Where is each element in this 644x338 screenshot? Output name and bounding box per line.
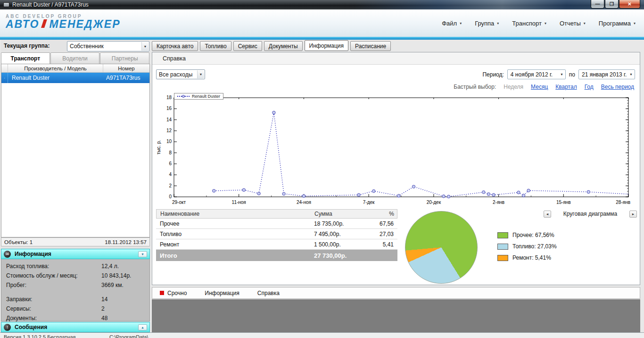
current-group-select[interactable]: Собственник ▼ (67, 41, 149, 51)
info-collapse-button[interactable]: ▼ (138, 251, 147, 257)
main-menu: Файл▾ Группа▾ Транспорт▾ Отчеты▾ Програм… (442, 9, 636, 37)
minimize-button[interactable]: — (591, 0, 604, 8)
svg-text:24-ноя: 24-ноя (297, 200, 311, 205)
help-groupbox: Справка Все расходы ▼ Период: 4 ноября 2… (152, 52, 640, 285)
bottom-tab-help[interactable]: Справка (257, 290, 280, 296)
left-panel: Текущая группа: Собственник ▼ Транспорт … (1, 40, 150, 332)
vehicle-model: Renault Duster (8, 73, 103, 83)
pie-chart (405, 211, 478, 284)
menu-item-transport[interactable]: Транспорт▾ (512, 20, 546, 27)
window-titlebar[interactable]: Renault Duster / A971TA73rus — ❐ ✕ (0, 0, 644, 9)
app-icon (3, 2, 9, 7)
logo-brand-right: МЕНЕДЖЕР (49, 18, 120, 30)
menu-item-program[interactable]: Программа▾ (599, 20, 636, 27)
legend-marker-icon (182, 95, 185, 98)
expense-filter-select[interactable]: Все расходы ▼ (156, 69, 205, 79)
chevron-down-icon: ▼ (141, 253, 144, 256)
pie-chart-title: Круговая диаграмма (551, 211, 629, 217)
svg-text:2-янв: 2-янв (493, 200, 504, 205)
app-header: ABC DEVELOP GROUP АВТОМЕНЕДЖЕР Файл▾ Гру… (0, 9, 644, 37)
tab-schedule[interactable]: Расписание (350, 41, 391, 51)
table-total-row: Итого 27 730,00р. (156, 250, 397, 261)
info-value: 2 (101, 305, 105, 312)
chevron-down-icon: ▾ (497, 21, 499, 25)
quick-link-year[interactable]: Год (585, 84, 594, 90)
vehicle-row-selected[interactable]: · Renault Duster A971TA73rus (1, 73, 149, 83)
tab-partners[interactable]: Партнеры (100, 52, 149, 64)
chevron-down-icon: ▾ (460, 21, 462, 25)
period-row: Период: 4 ноября 2012 г. ▼ по 21 января … (482, 69, 635, 79)
tab-information[interactable]: Информация (305, 40, 348, 51)
pie-next-button[interactable]: ► (629, 211, 637, 218)
info-value: 10 843,14р. (101, 272, 131, 279)
info-value: 14 (101, 296, 107, 303)
messages-panel-title: Сообщения (15, 324, 47, 330)
period-to-select[interactable]: 21 января 2013 г. ▼ (578, 69, 635, 79)
logo-brand-left: АВТО (6, 18, 39, 30)
svg-text:11-ноя: 11-ноя (232, 200, 246, 205)
quick-link-quarter[interactable]: Квартал (555, 84, 577, 90)
svg-text:10: 10 (166, 139, 172, 144)
messages-panel-header[interactable]: ! Сообщения ▲ (1, 322, 150, 332)
tab-fuel[interactable]: Топливо (200, 41, 231, 51)
quick-link-month[interactable]: Месяц (531, 84, 548, 90)
tab-documents[interactable]: Документы (264, 41, 303, 51)
info-label: Пробег: (6, 282, 26, 288)
menu-item-group[interactable]: Группа▾ (475, 20, 499, 27)
info-value: 12,4 л. (101, 263, 119, 270)
svg-text:29-окт: 29-окт (172, 200, 186, 205)
messages-badge-icon: ! (4, 324, 11, 331)
tab-service[interactable]: Сервис (233, 41, 262, 51)
pie-legend-item: Топливо: 27,03% (497, 243, 557, 250)
close-button[interactable]: ✕ (619, 0, 640, 8)
svg-text:тыс. р.: тыс. р. (156, 140, 161, 155)
vehicle-number: A971TA73rus (103, 73, 149, 83)
pie-legend-swatch (497, 232, 508, 238)
app-window: Renault Duster / A971TA73rus — ❐ ✕ ABC D… (0, 0, 644, 338)
bottom-tab-urgent[interactable]: Срочно (167, 290, 187, 296)
minimize-icon: — (595, 1, 600, 7)
table-row: Топливо 7 495,00р. 27,03 (156, 229, 397, 239)
objects-statusbar: Объекты: 1 18.11.2012 13:57 (1, 237, 150, 246)
chevron-up-icon: ▲ (141, 326, 144, 329)
svg-text:7-дек: 7-дек (363, 200, 375, 205)
chevron-down-icon: ▾ (545, 21, 546, 25)
pie-legend-item: Ремонт: 5,41% (497, 254, 557, 261)
menu-item-file[interactable]: Файл▾ (442, 20, 462, 27)
objects-datetime: 18.11.2012 13:57 (105, 239, 147, 245)
quick-select-row: Бастрый выбор: Неделя Месяц Квартал Год … (454, 84, 634, 90)
restore-icon: ❐ (610, 1, 614, 7)
app-logo: ABC DEVELOP GROUP АВТОМЕНЕДЖЕР (6, 14, 121, 30)
quick-link-all[interactable]: Весь период (601, 84, 634, 90)
tab-transport[interactable]: Транспорт (1, 52, 50, 64)
menu-item-reports[interactable]: Отчеты▾ (560, 20, 586, 27)
legend-series-name: Renault Duster (192, 94, 220, 99)
vehicle-tabs: Карточка авто Топливо Сервис Документы И… (152, 40, 393, 51)
row-marker-icon: · (1, 73, 8, 83)
info-panel-header[interactable]: ✉ Информация ▼ (1, 249, 150, 259)
pie-prev-button[interactable]: ◄ (544, 211, 551, 218)
period-label: Период: (482, 71, 504, 78)
bottom-tab-information[interactable]: Информация (205, 290, 239, 296)
info-label: Заправки: (6, 296, 32, 303)
app-statusbar: Версия 1.3.10.2.5 Бесплатная C:\ProgramD… (0, 332, 644, 338)
svg-text:6: 6 (169, 161, 172, 166)
info-label: Расход топлива: (6, 263, 49, 270)
quick-select-label: Бастрый выбор: (454, 84, 496, 90)
info-panel-title: Информация (15, 251, 51, 257)
expense-table: Наименование Сумма % Прочее 18 735,00р. … (156, 209, 397, 261)
version-text: Версия 1.3.10.2.5 Бесплатная (4, 334, 76, 338)
pie-legend: Прочее: 67,56% Топливо: 27,03% Ремонт: 5… (497, 232, 557, 266)
restore-button[interactable]: ❐ (605, 0, 619, 8)
messages-collapse-button[interactable]: ▲ (138, 324, 147, 330)
svg-text:12: 12 (166, 128, 172, 133)
pie-nav: ◄ Круговая диаграмма ► (544, 210, 637, 218)
svg-text:14: 14 (166, 117, 172, 122)
table-row: Ремонт 1 500,00р. 5,41 (156, 239, 397, 250)
period-from-select[interactable]: 4 ноября 2012 г. ▼ (507, 69, 566, 79)
chevron-down-icon: ▼ (560, 73, 563, 76)
tab-card[interactable]: Карточка авто (152, 41, 198, 51)
objects-count: Объекты: 1 (4, 239, 33, 245)
tab-drivers[interactable]: Водители (50, 52, 100, 64)
svg-text:8: 8 (169, 150, 172, 155)
